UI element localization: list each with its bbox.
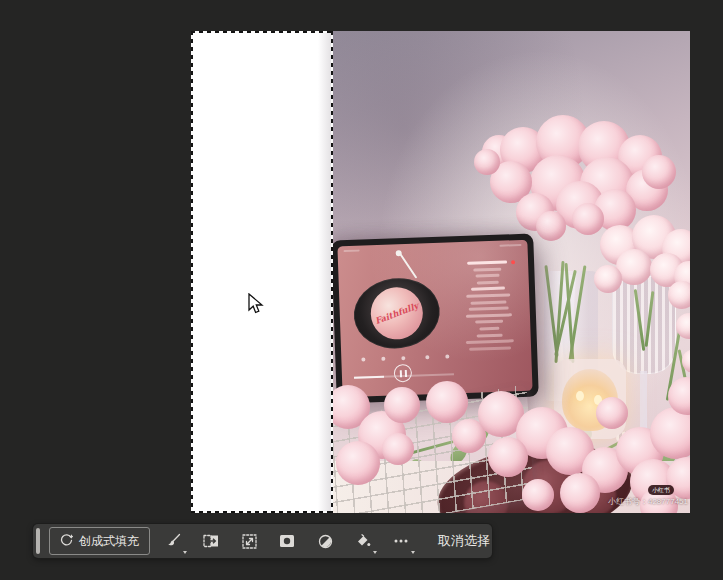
flower: [668, 281, 690, 309]
selection-ants-left: [191, 31, 193, 513]
lyric-line: [466, 293, 510, 298]
flower: [642, 155, 676, 189]
lyric-line: [477, 281, 499, 285]
lyric-line: [479, 327, 499, 331]
lyric-line: [470, 300, 506, 304]
flower: [336, 441, 380, 485]
selection-edge-shade: [318, 31, 332, 513]
generative-fill-icon: [60, 533, 73, 549]
deselect-button[interactable]: 取消选择: [432, 532, 496, 550]
lyric-line: [466, 339, 514, 344]
album-art: Faithfully: [366, 282, 428, 344]
generative-fill-label: 创成式填充: [79, 533, 139, 550]
goblet-stem: [640, 371, 647, 433]
album-title: Faithfully: [374, 300, 420, 326]
music-player-screen: Faithfully: [337, 240, 532, 398]
lyric-line: [469, 346, 511, 350]
invert-selection-button[interactable]: [192, 528, 230, 554]
chevron-down-icon: [183, 551, 187, 554]
watermark-id: 小红书号：428777451: [578, 496, 688, 507]
photo-layer[interactable]: Faithfully: [332, 31, 690, 513]
chevron-down-icon: [411, 551, 415, 554]
generative-fill-button[interactable]: 创成式填充: [49, 527, 150, 555]
flower: [522, 479, 554, 511]
flower: [488, 437, 528, 477]
tablet: Faithfully: [332, 234, 539, 404]
flower: [426, 381, 468, 423]
document-canvas[interactable]: Faithfully: [191, 31, 690, 513]
lyric-line: [469, 307, 509, 311]
selection-ants-top: [191, 31, 333, 33]
selection-tools: [154, 528, 420, 554]
flower: [596, 397, 628, 429]
generative-expand-selection-area[interactable]: [191, 31, 332, 513]
crystal-goblet: [612, 276, 676, 374]
control-icon: [401, 356, 405, 360]
selection-ants-right: [331, 31, 333, 513]
flower: [382, 433, 414, 465]
lyric-line: [466, 313, 512, 318]
lyrics-panel: [454, 260, 523, 355]
lyric-line: [477, 333, 503, 337]
flower: [594, 265, 622, 293]
transform-selection-button[interactable]: [230, 528, 268, 554]
chevron-down-icon: [373, 551, 377, 554]
flower: [384, 387, 420, 423]
flower: [474, 149, 500, 175]
flower: [536, 211, 566, 241]
lyric-line: [475, 274, 499, 278]
create-adjustment-layer-button[interactable]: [306, 528, 344, 554]
lyric-line: [475, 320, 503, 324]
selection-ants-bottom: [191, 511, 333, 513]
song-title-line: [467, 260, 507, 264]
selection-brush-button[interactable]: [154, 528, 192, 554]
xiaohongshu-logo: 小红书: [648, 485, 674, 495]
fill-selection-button[interactable]: [344, 528, 382, 554]
drag-handle[interactable]: [36, 528, 40, 554]
contextual-task-bar: 创成式填充: [33, 524, 492, 558]
lyric-line: [473, 267, 501, 271]
live-dot: [511, 260, 515, 264]
more-options-button[interactable]: [382, 528, 420, 554]
flower: [560, 473, 600, 513]
photoshop-workspace: Faithfully: [0, 0, 723, 580]
mouse-cursor-arrow: [248, 293, 264, 319]
flower: [572, 203, 604, 235]
candle-flame: [576, 391, 584, 401]
add-mask-button[interactable]: [268, 528, 306, 554]
lyric-line: [471, 287, 505, 291]
